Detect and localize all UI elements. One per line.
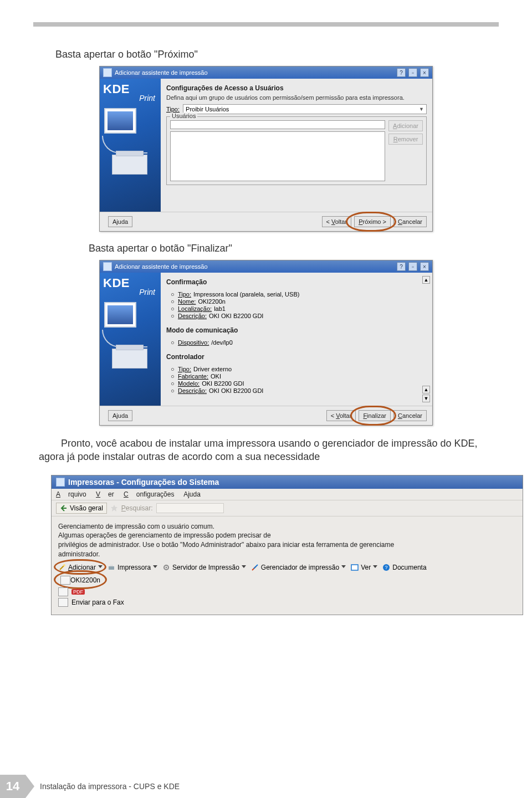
ctrl-heading: Controlador bbox=[166, 353, 421, 361]
scroll-down-button[interactable]: ▼ bbox=[422, 395, 430, 402]
wand-icon bbox=[58, 564, 66, 571]
dialog2-heading: Confirmação bbox=[166, 278, 421, 286]
conclusion-paragraph: Pronto, você acabou de instalar uma impr… bbox=[39, 437, 493, 464]
dialog1-description: Defina aqui um grupo de usuários com per… bbox=[166, 94, 427, 101]
scroll-up-alt-button[interactable]: ▲ bbox=[422, 386, 430, 393]
printer-window-icon bbox=[103, 68, 112, 77]
wizard-sidebar: KDE Print bbox=[100, 79, 161, 212]
context-help-button[interactable]: ? bbox=[397, 68, 406, 77]
svg-rect-8 bbox=[351, 565, 358, 570]
back-button[interactable]: < Voltar bbox=[322, 216, 352, 227]
usuarios-fieldset: Usuários Adicionar Remover bbox=[166, 116, 427, 185]
chevron-down-icon bbox=[153, 565, 157, 569]
tipo-label: Tipo: bbox=[166, 106, 180, 112]
printer-entry-icon bbox=[60, 576, 70, 585]
comm-heading: Modo de comunicação bbox=[166, 326, 421, 334]
instruction-finalizar: Basta apertar o botão "Finalizar" bbox=[89, 243, 499, 254]
svg-point-7 bbox=[166, 566, 167, 568]
page-footer: 14 Instalação da impressora - CUPS e KDE bbox=[0, 775, 180, 798]
scroll-up-button[interactable]: ▲ bbox=[422, 276, 430, 284]
back-arrow-icon bbox=[60, 504, 68, 512]
svg-rect-0 bbox=[62, 508, 66, 509]
chevron-down-icon: ▼ bbox=[419, 106, 424, 112]
view-box-icon bbox=[351, 564, 359, 571]
chevron-down-icon bbox=[341, 565, 345, 569]
printer-entry-icon bbox=[58, 598, 68, 607]
finish-button[interactable]: Finalizar bbox=[359, 410, 391, 421]
app-titlebar: Impressoras - Configurações do Sistema bbox=[52, 475, 523, 489]
printer-row-fax[interactable]: Enviar para o Fax bbox=[58, 598, 516, 607]
wizard-sidebar: KDE Print bbox=[100, 273, 161, 406]
overview-button[interactable]: Visão geral bbox=[56, 503, 107, 514]
svg-point-3 bbox=[63, 564, 65, 566]
dialog2-title: Adicionar assistente de impressão bbox=[115, 263, 208, 270]
instruction-proximo: Basta apertar o botão "Próximo" bbox=[55, 49, 499, 60]
tipo-value: Proibir Usuários bbox=[186, 106, 229, 112]
menu-arquivo[interactable]: Arquivo bbox=[56, 490, 86, 498]
menu-ajuda[interactable]: Ajuda bbox=[183, 490, 201, 498]
next-button[interactable]: Próximo > bbox=[354, 216, 391, 227]
action-ver[interactable]: Ver bbox=[351, 564, 377, 571]
search-label: Pesquisar: bbox=[121, 504, 153, 512]
maximize-button[interactable]: ▫ bbox=[408, 262, 417, 271]
printer-row-pdf[interactable]: PDF bbox=[58, 587, 516, 596]
menu-ver[interactable]: Ver bbox=[96, 490, 114, 498]
maximize-button[interactable]: ▫ bbox=[408, 68, 417, 77]
chevron-down-icon bbox=[242, 565, 245, 569]
pdf-badge: PDF bbox=[71, 589, 85, 595]
dialog1-heading: Configurações de Acesso a Usuários bbox=[166, 84, 427, 92]
printer-entry-icon bbox=[58, 587, 68, 596]
svg-text:?: ? bbox=[385, 565, 388, 570]
dialog1-title: Adicionar assistente de impressão bbox=[115, 69, 208, 76]
user-input[interactable] bbox=[170, 120, 385, 129]
system-settings-window: Impressoras - Configurações do Sistema A… bbox=[51, 475, 523, 615]
remove-user-button[interactable]: Remover bbox=[388, 134, 423, 145]
tipo-dropdown[interactable]: Proibir Usuários ▼ bbox=[183, 104, 427, 114]
action-gerenciador[interactable]: Gerenciador de impressão bbox=[251, 564, 345, 571]
printer-row-oki[interactable]: OKI2200n bbox=[58, 575, 516, 586]
monitor-icon bbox=[104, 108, 136, 134]
page-number: 14 bbox=[0, 775, 25, 798]
menubar: Arquivo Ver Configurações Ajuda bbox=[52, 489, 523, 500]
dialog1-titlebar: Adicionar assistente de impressão ? ▫ × bbox=[100, 66, 432, 79]
action-adicionar[interactable]: Adicionar bbox=[58, 564, 102, 571]
summary-block-comm: ○Dispositivo: /dev/lp0 bbox=[166, 336, 421, 347]
star-icon bbox=[110, 504, 118, 512]
svg-rect-5 bbox=[110, 565, 113, 566]
action-bar: Adicionar Impressora Servidor de Impress… bbox=[58, 564, 516, 571]
action-impressora[interactable]: Impressora bbox=[108, 564, 157, 571]
menu-configuracoes[interactable]: Configurações bbox=[124, 490, 174, 498]
kde-wizard-dialog-2: Adicionar assistente de impressão ? ▫ × … bbox=[99, 260, 433, 426]
printer-icon bbox=[112, 155, 147, 175]
chevron-down-icon bbox=[98, 565, 102, 569]
help-icon: ? bbox=[382, 564, 390, 571]
summary-block-general: ○Tipo: Impressora local (paralela, seria… bbox=[166, 288, 421, 321]
usuarios-legend: Usuários bbox=[170, 112, 197, 119]
context-help-button[interactable]: ? bbox=[397, 262, 406, 271]
printer-list: OKI2200n PDF Enviar para o Fax bbox=[58, 575, 516, 607]
cancel-button[interactable]: Cancelar bbox=[393, 410, 427, 421]
users-listbox[interactable] bbox=[170, 131, 385, 181]
close-button[interactable]: × bbox=[420, 68, 429, 77]
printer-small-icon bbox=[108, 564, 115, 571]
doc-header-divider bbox=[33, 22, 499, 27]
help-button[interactable]: Ajuda bbox=[108, 410, 132, 421]
app-title-text: Impressoras - Configurações do Sistema bbox=[68, 478, 219, 487]
add-user-button[interactable]: Adicionar bbox=[388, 120, 423, 131]
back-button[interactable]: < Voltar bbox=[326, 410, 356, 421]
gear-icon bbox=[162, 564, 170, 571]
svg-rect-4 bbox=[109, 566, 114, 570]
printer-icon bbox=[112, 349, 147, 369]
action-servidor[interactable]: Servidor de Impressão bbox=[162, 564, 245, 571]
summary-block-ctrl: ○Tipo: Driver externo ○Fabricante: OKI ○… bbox=[166, 363, 421, 396]
printer-app-icon bbox=[56, 478, 65, 487]
search-input[interactable] bbox=[156, 503, 224, 513]
printer-window-icon bbox=[103, 262, 112, 271]
help-button[interactable]: Ajuda bbox=[108, 216, 132, 227]
info-message: Gerenciamento de impressão com o usuário… bbox=[58, 522, 516, 559]
close-button[interactable]: × bbox=[420, 262, 429, 271]
action-documentacao[interactable]: ? Documenta bbox=[382, 564, 426, 571]
svg-marker-1 bbox=[111, 505, 117, 511]
monitor-icon bbox=[104, 302, 136, 328]
cancel-button[interactable]: Cancelar bbox=[393, 216, 427, 227]
